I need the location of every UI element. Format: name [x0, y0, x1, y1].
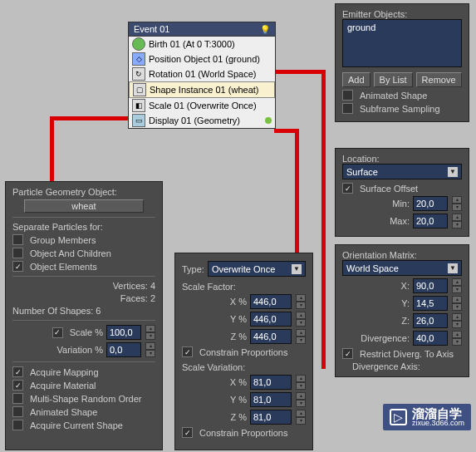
obj-button[interactable]: wheat — [24, 199, 144, 213]
op-shape-label: Shape Instance 01 (wheat) — [150, 85, 258, 95]
geometry-panel: Particle Geometry Object: wheat Separate… — [5, 181, 163, 450]
mapping-label: Acquire Mapping — [30, 367, 99, 377]
oy-input[interactable]: 14,5 — [413, 296, 448, 311]
sfy-label: Y % — [230, 314, 247, 324]
restrict-checkbox[interactable]: ✓ — [342, 348, 353, 359]
anim-shape-checkbox[interactable] — [342, 90, 353, 101]
scale-spinner[interactable]: ▴▾ — [145, 325, 155, 340]
svz-label: Z % — [230, 412, 247, 422]
bulb-icon[interactable]: 💡 — [260, 25, 270, 34]
op-scale-label: Scale 01 (Overwrite Once) — [149, 101, 257, 111]
ox-input[interactable]: 90,0 — [413, 278, 448, 293]
random-label: Multi-Shape Random Order — [30, 394, 142, 404]
op-display[interactable]: ▭Display 01 (Geometry) — [129, 113, 275, 128]
type-select[interactable]: Overwrite Once▼ — [208, 261, 306, 277]
shapes-label: Number Of Shapes: 6 — [12, 306, 101, 316]
scale-label: Scale % — [70, 327, 103, 337]
max-input[interactable]: 20,0 — [413, 214, 448, 228]
anim-shape-label: Animated Shape — [360, 91, 427, 101]
op-display-label: Display 01 (Geometry) — [149, 115, 240, 125]
display-dot-icon — [265, 117, 272, 124]
group-label: Group Members — [30, 235, 96, 245]
svz-input[interactable]: 81,0 — [250, 410, 292, 425]
ox-label: X: — [401, 281, 410, 291]
sv-title: Scale Variation: — [182, 362, 306, 372]
svz-spinner[interactable]: ▴▾ — [296, 410, 306, 425]
var-spinner[interactable]: ▴▾ — [145, 342, 155, 357]
emitter-list-item[interactable]: ground — [347, 22, 375, 32]
svy-spinner[interactable]: ▴▾ — [296, 392, 306, 407]
elements-label: Object Elements — [30, 262, 97, 272]
op-birth-label: Birth 01 (At 0 T:3000) — [149, 39, 235, 49]
max-spinner[interactable]: ▴▾ — [452, 214, 462, 228]
type-label: Type: — [182, 264, 204, 274]
svy-input[interactable]: 81,0 — [250, 392, 292, 407]
sfy-spinner[interactable]: ▴▾ — [296, 312, 306, 327]
event-node[interactable]: Event 01 💡 Birth 01 (At 0 T:3000) ◇Posit… — [128, 22, 276, 129]
max-label: Max: — [390, 216, 410, 226]
op-rotation[interactable]: ↻Rotation 01 (World Space) — [129, 66, 275, 81]
oz-label: Z: — [401, 316, 410, 326]
current-checkbox[interactable] — [12, 420, 23, 430]
orient-select[interactable]: World Space▼ — [342, 260, 462, 276]
div-label: Divergence: — [361, 333, 410, 343]
div-spinner[interactable]: ▴▾ — [452, 331, 462, 346]
div-input[interactable]: 40,0 — [413, 331, 448, 346]
emitter-list[interactable]: ground — [342, 19, 462, 67]
scale-checkbox[interactable]: ✓ — [52, 327, 63, 338]
svx-spinner[interactable]: ▴▾ — [296, 375, 306, 390]
op-position-label: Position Object 01 (ground) — [149, 54, 260, 64]
op-scale[interactable]: ◧Scale 01 (Overwrite Once) — [129, 98, 275, 113]
play-icon: ▷ — [390, 409, 407, 425]
oz-input[interactable]: 26,0 — [413, 313, 448, 328]
sf-title: Scale Factor: — [182, 282, 306, 292]
sfx-input[interactable]: 446,0 — [250, 294, 292, 309]
bylist-button[interactable]: By List — [374, 72, 413, 87]
material-checkbox[interactable]: ✓ — [12, 380, 23, 391]
offset-checkbox[interactable]: ✓ — [342, 183, 353, 194]
group-checkbox[interactable] — [12, 234, 23, 245]
event-header[interactable]: Event 01 💡 — [129, 22, 275, 37]
svx-input[interactable]: 81,0 — [250, 375, 292, 390]
type-value: Overwrite Once — [212, 264, 275, 274]
elements-checkbox[interactable]: ✓ — [12, 261, 23, 272]
subframe-checkbox[interactable] — [342, 103, 353, 114]
position-icon: ◇ — [132, 52, 145, 66]
op-birth[interactable]: Birth 01 (At 0 T:3000) — [129, 37, 275, 52]
scale-input[interactable]: 100,0 — [106, 325, 141, 340]
min-spinner[interactable]: ▴▾ — [452, 196, 462, 211]
location-title: Location: — [342, 154, 462, 164]
remove-button[interactable]: Remove — [416, 72, 462, 87]
op-shape[interactable]: ▢Shape Instance 01 (wheat) — [129, 81, 275, 98]
orient-title: Orientation Matrix: — [342, 250, 462, 260]
var-input[interactable]: 0,0 — [106, 342, 141, 357]
display-icon: ▭ — [132, 114, 145, 127]
cp1-checkbox[interactable]: ✓ — [182, 346, 193, 357]
sfy-input[interactable]: 446,0 — [250, 312, 292, 327]
add-button[interactable]: Add — [342, 72, 370, 87]
min-input[interactable]: 20,0 — [413, 196, 448, 211]
oy-spinner[interactable]: ▴▾ — [452, 296, 462, 311]
sfx-spinner[interactable]: ▴▾ — [296, 294, 306, 309]
scale-icon: ◧ — [132, 99, 145, 112]
svx-label: X % — [230, 377, 247, 387]
faces-label: Faces: 2 — [120, 293, 155, 303]
sfz-spinner[interactable]: ▴▾ — [296, 329, 306, 344]
sfz-label: Z % — [230, 332, 247, 341]
birth-icon — [132, 37, 145, 51]
op-position[interactable]: ◇Position Object 01 (ground) — [129, 52, 275, 66]
orient-value: World Space — [346, 263, 399, 273]
cp2-checkbox[interactable]: ✓ — [182, 427, 193, 438]
children-checkbox[interactable] — [12, 248, 23, 258]
mapping-checkbox[interactable]: ✓ — [12, 366, 23, 377]
random-checkbox[interactable] — [12, 393, 23, 404]
event-title: Event 01 — [134, 24, 169, 34]
oz-spinner[interactable]: ▴▾ — [452, 313, 462, 328]
sfz-input[interactable]: 446,0 — [250, 329, 292, 344]
min-label: Min: — [392, 199, 410, 209]
cp1-label: Constrain Proportions — [199, 347, 287, 357]
ox-spinner[interactable]: ▴▾ — [452, 278, 462, 293]
location-select[interactable]: Surface▼ — [342, 164, 462, 179]
anim2-checkbox[interactable] — [12, 406, 23, 417]
location-value: Surface — [346, 167, 378, 177]
